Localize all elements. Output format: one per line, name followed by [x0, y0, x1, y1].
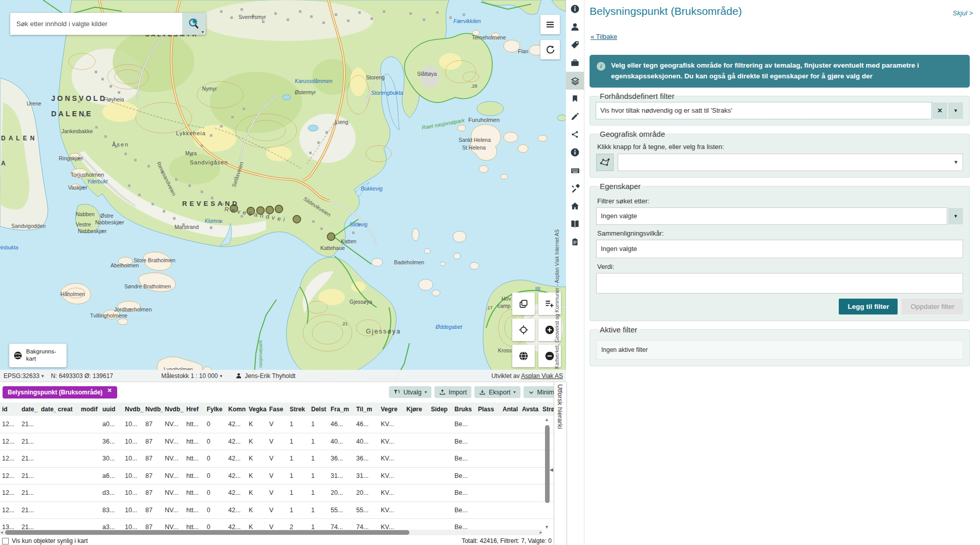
toolbar-draw-button[interactable] — [566, 108, 584, 125]
import-button[interactable]: Import — [434, 386, 471, 398]
search-button[interactable]: ▾ — [182, 13, 206, 35]
area-select[interactable]: ▼ — [618, 154, 963, 171]
toolbar-layers-button[interactable] — [566, 72, 584, 90]
column-header[interactable]: modif — [79, 406, 100, 413]
toolbar-tag-button[interactable] — [566, 36, 584, 54]
table-row[interactable]: 13...21...a3...10...87NV...htt...042...K… — [0, 519, 554, 529]
logged-in-user[interactable]: Jens-Erik Thyholdt — [235, 372, 295, 380]
eksport-button[interactable]: Eksport▾ — [474, 386, 520, 398]
table-row[interactable]: 12...21...30...10...87NV...htt...042...K… — [0, 450, 554, 468]
table-tab[interactable]: Belysningspunkt (Bruksområde) ✕ — [3, 386, 117, 399]
column-header[interactable]: Fra_m — [329, 406, 354, 413]
column-header[interactable]: Plass — [476, 406, 500, 413]
toolbar-tools-button[interactable] — [566, 179, 584, 197]
draw-area-button[interactable] — [596, 154, 614, 171]
column-header[interactable]: Fase — [267, 406, 288, 413]
clear-filter-button[interactable]: ✕ — [932, 102, 947, 119]
column-header[interactable]: Avsta — [520, 406, 540, 413]
column-header[interactable]: Antal — [500, 406, 520, 413]
toolbar-keyboard-button[interactable] — [566, 161, 584, 179]
lighting-point-marker[interactable] — [275, 205, 283, 213]
horizontal-scrollbar[interactable]: ◂ ▸ — [0, 530, 542, 535]
toolbar-user-button[interactable] — [566, 18, 584, 36]
background-map-button[interactable]: Bakgrunns-kart — [9, 344, 67, 367]
scroll-up-icon[interactable]: ▲ — [545, 417, 549, 422]
map-refresh-button[interactable] — [540, 40, 560, 59]
column-header[interactable]: Nvdb_ — [163, 406, 184, 413]
predefined-filter-dropdown-button[interactable]: ▼ — [948, 102, 963, 119]
table-row[interactable]: 12...21...a0...10...87NV...htt...042...K… — [0, 416, 554, 433]
scale-selector[interactable]: Målestokk 1 : 10 000▾ — [161, 372, 222, 380]
lighting-point-marker[interactable] — [328, 233, 335, 241]
column-header[interactable]: creat — [56, 406, 79, 413]
filter-by-dropdown-button[interactable]: ▼ — [948, 208, 963, 224]
hide-panel-link[interactable]: Skjul > — [953, 9, 973, 17]
lighting-point-marker[interactable] — [293, 216, 301, 223]
toolbar-toolbox-button[interactable] — [566, 54, 584, 72]
comparison-input[interactable]: Ingen valgte — [596, 240, 963, 258]
column-header[interactable]: uuid — [100, 406, 123, 413]
column-header[interactable]: Strek — [288, 406, 309, 413]
horizontal-scroll-thumb[interactable] — [5, 530, 409, 535]
table-row[interactable]: 12...21...83...10...87NV...htt...042...K… — [0, 502, 554, 519]
column-header[interactable]: Vegre — [379, 406, 404, 413]
column-header[interactable]: Nvdb_ — [143, 406, 163, 413]
table-cell: 42... — [226, 507, 247, 514]
table-cell: 12... — [0, 438, 19, 445]
map-label: .28 — [471, 83, 477, 89]
epsg-selector[interactable]: EPSG:32633▾ — [4, 372, 44, 380]
close-icon[interactable]: ✕ — [107, 387, 112, 394]
toolbar-catalog-button[interactable] — [566, 215, 584, 233]
map-controls — [512, 292, 561, 367]
scroll-right-icon[interactable]: ▸ — [539, 530, 542, 535]
geographic-area-legend: Geografisk område — [597, 130, 668, 138]
toolbar-clipboard-button[interactable] — [566, 233, 584, 251]
vertical-scroll-thumb[interactable] — [545, 425, 550, 503]
toolbar-share-button[interactable] — [566, 125, 584, 143]
table-cell: NV... — [163, 438, 184, 445]
vertical-scrollbar[interactable]: ▲ ▼ — [543, 417, 551, 530]
collapse-handle-icon[interactable]: ◀ — [550, 467, 553, 472]
search-input[interactable] — [10, 13, 182, 35]
column-header[interactable]: Kjøre — [404, 406, 429, 413]
column-header[interactable]: date_ — [19, 406, 39, 413]
predefined-filter-select[interactable]: Vis hvor tiltak nødvendig og er satt til… — [596, 102, 931, 119]
column-header[interactable]: Fylke — [205, 406, 226, 413]
crosshair-icon — [518, 325, 529, 335]
toolbar-home-button[interactable] — [566, 197, 584, 215]
column-header[interactable]: date_ — [39, 406, 56, 413]
toolbar-bookmark-button[interactable] — [566, 90, 584, 108]
world-extent-button[interactable] — [512, 345, 535, 367]
column-header[interactable]: Sidep — [429, 406, 452, 413]
back-link[interactable]: « Tilbake — [591, 33, 617, 40]
utvalg-button[interactable]: Utvalg▾ — [389, 386, 431, 398]
copy-extent-button[interactable] — [512, 292, 535, 315]
column-header[interactable]: Til_m — [354, 406, 379, 413]
map-canvas[interactable]: SALVESMYRSverresmyrFærvikkilenTerneholme… — [0, 0, 566, 382]
column-header[interactable]: Bruks — [452, 406, 476, 413]
table-row[interactable]: 12...21...a6...10...87NV...htt...042...K… — [0, 468, 554, 485]
table-row[interactable]: 12...21...d3...10...87NV...htt...042...K… — [0, 485, 554, 502]
table-cell: 42... — [226, 421, 247, 428]
column-header[interactable]: Nvdb_ — [123, 406, 143, 413]
table-row[interactable]: 12...21...36...10...87NV...htt...042...K… — [0, 433, 554, 451]
toolbar-about-button[interactable] — [566, 143, 584, 161]
toolbar-info-button[interactable] — [566, 0, 584, 18]
column-header[interactable]: Href — [184, 406, 205, 413]
update-filter-button[interactable]: Oppdater filter — [902, 299, 963, 315]
column-header[interactable]: Delst — [309, 406, 329, 413]
column-header[interactable]: id — [0, 406, 19, 413]
filter-by-select[interactable]: Ingen valgte — [596, 207, 947, 225]
add-filter-button[interactable]: Legg til filter — [839, 299, 898, 315]
scroll-down-icon[interactable]: ▼ — [545, 525, 549, 530]
map-menu-button[interactable] — [540, 15, 560, 34]
column-header[interactable]: Strøm — [540, 406, 554, 413]
column-header[interactable]: Vegka — [247, 406, 267, 413]
asplan-viak-link[interactable]: Asplan Viak AS — [521, 372, 563, 380]
value-input[interactable] — [596, 273, 963, 294]
explore-hierarchy-tab[interactable]: Utforsk hierarki — [556, 384, 564, 429]
visible-only-checkbox[interactable] — [2, 538, 9, 544]
scroll-left-icon[interactable]: ◂ — [1, 530, 3, 535]
locate-button[interactable] — [512, 319, 535, 341]
column-header[interactable]: Komn — [226, 406, 247, 413]
